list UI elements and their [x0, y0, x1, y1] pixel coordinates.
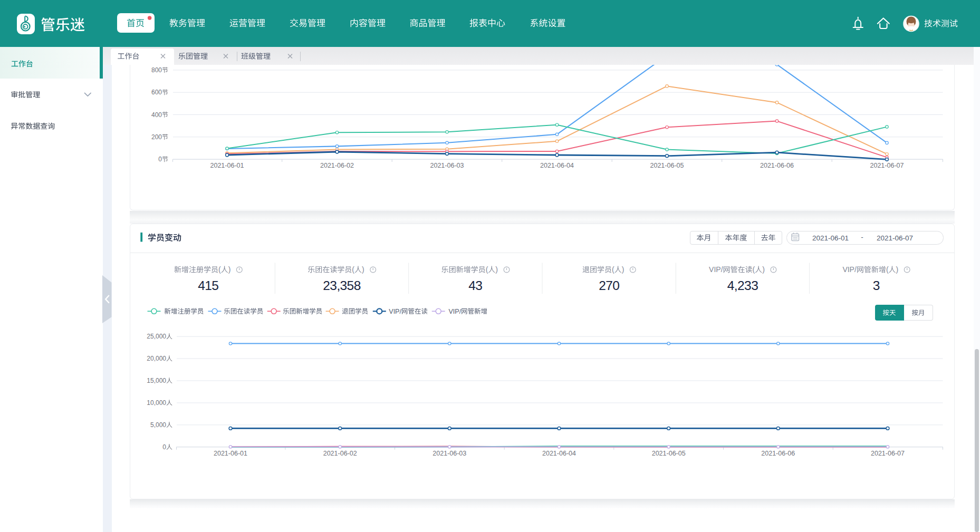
svg-text:(: ( — [753, 265, 755, 274]
svg-text:2021-06-01: 2021-06-01 — [812, 234, 849, 242]
svg-text:4,233: 4,233 — [727, 278, 758, 293]
svg-text:2021-06-01: 2021-06-01 — [210, 162, 244, 169]
svg-text:23,358: 23,358 — [323, 278, 360, 293]
svg-text:(: ( — [486, 265, 488, 274]
svg-text:(: ( — [352, 265, 354, 274]
svg-text:-: - — [861, 233, 863, 241]
svg-text:800: 800 — [151, 66, 162, 74]
svg-text:5,000: 5,000 — [150, 421, 166, 429]
svg-text:(: ( — [886, 265, 889, 274]
svg-text:2021-06-06: 2021-06-06 — [760, 162, 794, 169]
svg-text:): ) — [762, 265, 765, 274]
svg-text:VIP/: VIP/ — [449, 308, 462, 315]
svg-text:270: 270 — [599, 278, 619, 293]
svg-text:25,000: 25,000 — [147, 333, 166, 340]
svg-text:0: 0 — [162, 443, 166, 451]
svg-text:2021-06-04: 2021-06-04 — [540, 162, 574, 169]
svg-text:10,000: 10,000 — [147, 399, 166, 407]
svg-text:2021-06-07: 2021-06-07 — [870, 162, 904, 169]
svg-text:(: ( — [218, 265, 221, 274]
svg-text:): ) — [495, 265, 498, 274]
svg-text:(: ( — [612, 265, 614, 274]
svg-text:2021-06-05: 2021-06-05 — [652, 450, 686, 457]
svg-text:415: 415 — [198, 278, 218, 293]
svg-text:): ) — [896, 265, 899, 274]
svg-text:600: 600 — [151, 89, 162, 96]
svg-text:20,000: 20,000 — [147, 355, 166, 362]
svg-text:3: 3 — [873, 278, 880, 293]
svg-text:VIP/: VIP/ — [842, 265, 857, 274]
svg-text:VIP/: VIP/ — [389, 308, 401, 315]
svg-text:2021-06-03: 2021-06-03 — [433, 450, 466, 457]
svg-text:2021-06-01: 2021-06-01 — [214, 450, 247, 457]
svg-text:): ) — [622, 265, 624, 274]
svg-text:VIP/: VIP/ — [709, 265, 723, 274]
svg-text:0: 0 — [158, 156, 162, 163]
svg-text:2021-06-03: 2021-06-03 — [430, 162, 464, 169]
svg-text:200: 200 — [151, 133, 162, 141]
svg-text:2021-06-05: 2021-06-05 — [650, 162, 684, 169]
svg-text:400: 400 — [151, 111, 162, 119]
svg-text:2021-06-02: 2021-06-02 — [323, 450, 357, 457]
svg-text:2021-06-06: 2021-06-06 — [761, 450, 795, 457]
svg-text:): ) — [228, 265, 231, 274]
svg-text:2021-06-04: 2021-06-04 — [542, 450, 576, 457]
svg-text:2021-06-02: 2021-06-02 — [320, 162, 354, 169]
svg-text:43: 43 — [468, 278, 482, 293]
svg-text:2021-06-07: 2021-06-07 — [877, 234, 913, 242]
svg-text:15,000: 15,000 — [147, 377, 166, 384]
svg-text:2021-06-07: 2021-06-07 — [871, 450, 905, 457]
svg-text:): ) — [362, 265, 364, 274]
